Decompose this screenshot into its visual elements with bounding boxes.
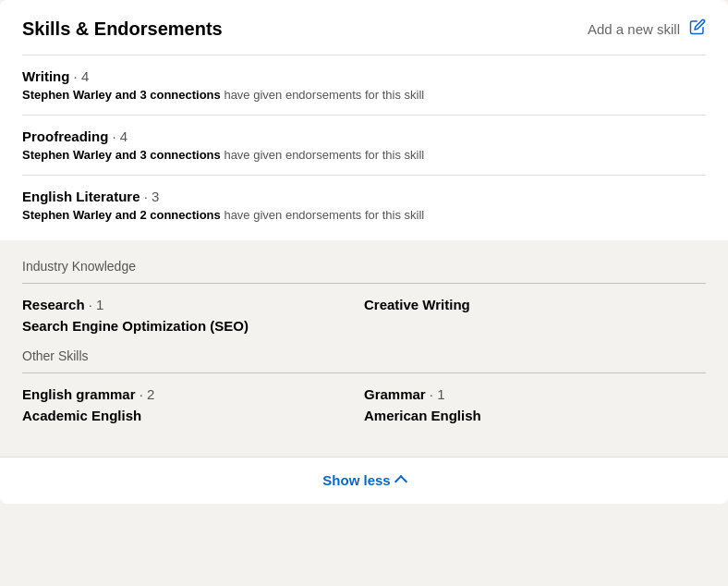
industry-knowledge-label: Industry Knowledge — [22, 259, 706, 274]
section-title: Skills & Endorsements — [22, 18, 223, 40]
skill-item-writing: Writing · 4 Stephen Warley and 3 connect… — [22, 55, 706, 115]
skill-academic-english: Academic English — [22, 408, 364, 423]
skill-endorsement-writing: Stephen Warley and 3 connections have gi… — [22, 88, 706, 102]
show-less-button[interactable]: Show less — [322, 472, 405, 488]
industry-skills-grid: Research · 1 Creative Writing Search Eng… — [22, 297, 706, 334]
show-less-bar: Show less — [0, 457, 728, 504]
other-skills-block: Other Skills English grammar · 2 Grammar… — [22, 348, 706, 423]
other-skills-grid: English grammar · 2 Grammar · 1 Academic… — [22, 386, 706, 423]
industry-knowledge-block: Industry Knowledge Research · 1 Creative… — [22, 259, 706, 334]
header-row: Skills & Endorsements Add a new skill — [22, 18, 706, 40]
skill-american-english: American English — [364, 408, 706, 423]
header-right: Add a new skill — [588, 18, 706, 40]
skills-endorsements-card: Skills & Endorsements Add a new skill Wr… — [0, 0, 728, 504]
skill-grammar: Grammar · 1 — [364, 386, 706, 402]
skill-english-grammar: English grammar · 2 — [22, 386, 364, 402]
top-section: Skills & Endorsements Add a new skill Wr… — [0, 0, 728, 240]
skill-endorsement-english-literature: Stephen Warley and 2 connections have gi… — [22, 208, 706, 222]
skill-item-proofreading: Proofreading · 4 Stephen Warley and 3 co… — [22, 115, 706, 175]
skill-seo: Search Engine Optimization (SEO) — [22, 318, 364, 334]
skill-name-english-literature: English Literature · 3 — [22, 189, 706, 204]
chevron-up-icon — [394, 475, 407, 488]
skill-name-writing: Writing · 4 — [22, 68, 706, 84]
skill-item-english-literature: English Literature · 3 Stephen Warley an… — [22, 175, 706, 240]
skill-research: Research · 1 — [22, 297, 364, 312]
add-skill-link[interactable]: Add a new skill — [588, 21, 680, 37]
skill-endorsement-proofreading: Stephen Warley and 3 connections have gi… — [22, 148, 706, 162]
industry-knowledge-divider — [22, 283, 706, 284]
other-skills-divider — [22, 372, 706, 373]
skill-creative-writing: Creative Writing — [364, 297, 706, 312]
skill-name-proofreading: Proofreading · 4 — [22, 128, 706, 144]
other-skills-label: Other Skills — [22, 348, 706, 363]
skill-placeholder — [364, 318, 706, 334]
gray-section: Industry Knowledge Research · 1 Creative… — [0, 240, 728, 457]
edit-icon[interactable] — [689, 18, 706, 40]
